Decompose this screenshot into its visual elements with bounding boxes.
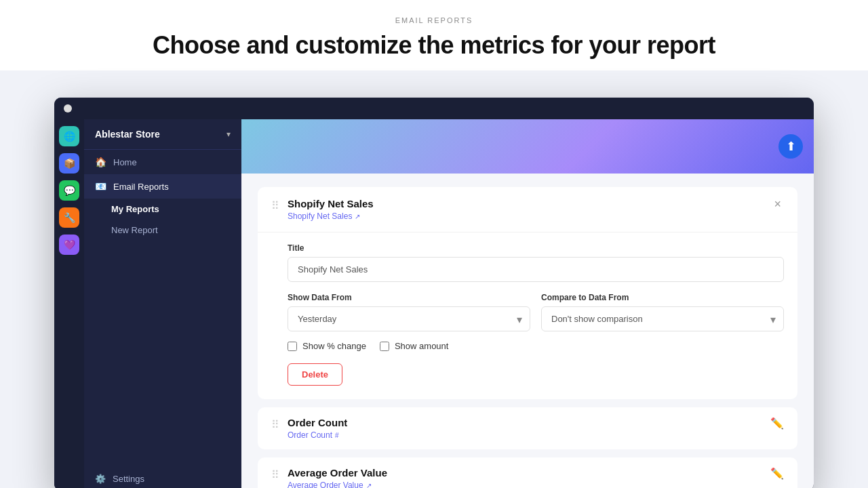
show-data-from-select[interactable]: Yesterday Today Last 7 days Last 30 days… [288, 306, 530, 331]
metric-card-order-count: ⠿ Order Count Order Count # ✏️ [258, 407, 797, 449]
settings-icon: ⚙️ [95, 474, 106, 484]
title-label: Title [288, 243, 784, 253]
sidebar-subitem-new-report[interactable]: New Report [84, 220, 241, 241]
metric-info-2: Order Count Order Count # [288, 417, 347, 440]
show-data-from-col: Show Data From Yesterday Today Last 7 da… [288, 293, 530, 331]
store-selector[interactable]: Ablestar Store ▾ [84, 119, 241, 150]
metric-sub-2: Order Count # [288, 430, 347, 440]
title-input[interactable] [288, 257, 784, 282]
metric-title-block-1: ⠿ Shopify Net Sales Shopify Net Sales ↗ [271, 198, 374, 221]
sidebar-settings-label: Settings [113, 474, 144, 484]
drag-handle-2[interactable]: ⠿ [271, 418, 279, 431]
metric-card-average-order-value: ⠿ Average Order Value Average Order Valu… [258, 458, 797, 488]
show-change-checkbox-item[interactable]: Show % change [288, 341, 366, 351]
metric-sub-text-3: Average Order Value [288, 481, 363, 488]
metric-card-shopify-net-sales: ⠿ Shopify Net Sales Shopify Net Sales ↗ … [258, 187, 797, 399]
window-titlebar [54, 98, 814, 119]
metric-card-header-2: ⠿ Order Count Order Count # ✏️ [258, 407, 797, 449]
title-form-group: Title [288, 243, 784, 282]
metric-sub-text-1: Shopify Net Sales [288, 211, 352, 221]
drag-handle-1[interactable]: ⠿ [271, 199, 279, 212]
show-amount-checkbox[interactable] [380, 342, 389, 351]
data-selects-row: Show Data From Yesterday Today Last 7 da… [288, 293, 784, 331]
metric-title-block-3: ⠿ Average Order Value Average Order Valu… [271, 467, 387, 488]
metric-name-2: Order Count [288, 417, 347, 428]
app-icon-1[interactable]: 🌐 [59, 126, 79, 146]
hash-icon-2: # [335, 432, 339, 439]
show-data-from-label: Show Data From [288, 293, 530, 302]
metric-sub-text-2: Order Count [288, 430, 332, 440]
show-change-checkbox[interactable] [288, 342, 297, 351]
email-reports-icon: 📧 [95, 181, 106, 192]
metric-card-body-1: Title Show Data From Yesterday Today [258, 232, 797, 399]
compare-label: Compare to Data From [541, 293, 784, 302]
metric-edit-button-2[interactable]: ✏️ [770, 417, 784, 430]
app-icon-4[interactable]: 🔧 [59, 207, 79, 228]
metric-name-3: Average Order Value [288, 467, 387, 479]
sidebar-home-label: Home [113, 157, 137, 167]
metric-info-1: Shopify Net Sales Shopify Net Sales ↗ [288, 198, 374, 221]
sidebar-item-email-reports[interactable]: 📧 Email Reports [84, 174, 241, 199]
metric-title-block-2: ⠿ Order Count Order Count # [271, 417, 347, 440]
checkboxes-row: Show % change Show amount [288, 341, 784, 351]
compare-col: Compare to Data From Don't show comparis… [541, 293, 784, 331]
sidebar-item-home[interactable]: 🏠 Home [84, 150, 241, 174]
metric-close-button-1[interactable]: × [771, 198, 784, 210]
header-action-button[interactable]: ⬆ [778, 134, 803, 159]
metric-name-1: Shopify Net Sales [288, 198, 374, 209]
home-icon: 🏠 [95, 157, 106, 167]
sidebar-item-settings[interactable]: ⚙️ Settings [84, 467, 241, 488]
metric-card-header-3: ⠿ Average Order Value Average Order Valu… [258, 458, 797, 488]
app-icon-strip: 🌐 📦 💬 🔧 💜 [54, 119, 84, 488]
metric-edit-button-3[interactable]: ✏️ [770, 467, 784, 480]
show-amount-label: Show amount [395, 341, 449, 351]
external-link-icon-1: ↗ [355, 213, 360, 220]
window-close-dot [64, 104, 72, 113]
compare-select[interactable]: Don't show comparison Previous period Pr… [541, 306, 784, 331]
main-content: ⬆ ⠿ Shopify Net Sales Shopify Net Sales [241, 119, 814, 488]
metric-sub-1: Shopify Net Sales ↗ [288, 211, 374, 221]
delete-metric-button[interactable]: Delete [288, 363, 342, 386]
sidebar-email-reports-label: Email Reports [113, 182, 169, 192]
page-main-heading: Choose and customize the metrics for you… [0, 31, 868, 60]
app-icon-3[interactable]: 💬 [59, 180, 79, 201]
window-body: 🌐 📦 💬 🔧 💜 Ablestar Store ▾ 🏠 Home 📧 Emai… [54, 119, 814, 488]
app-icon-2[interactable]: 📦 [59, 153, 79, 174]
app-window: 🌐 📦 💬 🔧 💜 Ablestar Store ▾ 🏠 Home 📧 Emai… [54, 98, 814, 488]
metric-sub-3: Average Order Value ↗ [288, 481, 387, 488]
app-icon-5[interactable]: 💜 [59, 235, 79, 255]
content-scroll-area[interactable]: ⠿ Shopify Net Sales Shopify Net Sales ↗ … [241, 174, 814, 488]
arrow-up-icon: ⬆ [786, 139, 796, 154]
show-amount-checkbox-item[interactable]: Show amount [380, 341, 449, 351]
store-name-label: Ablestar Store [95, 129, 160, 140]
drag-handle-3[interactable]: ⠿ [271, 468, 279, 481]
compare-wrapper: Don't show comparison Previous period Pr… [541, 306, 784, 331]
metric-info-3: Average Order Value Average Order Value … [288, 467, 387, 488]
metric-card-header-1: ⠿ Shopify Net Sales Shopify Net Sales ↗ … [258, 187, 797, 232]
content-header: ⬆ [241, 119, 814, 174]
chevron-down-icon: ▾ [226, 129, 231, 139]
page-category-label: EMAIL REPORTS [0, 16, 868, 24]
sidebar: Ablestar Store ▾ 🏠 Home 📧 Email Reports … [84, 119, 241, 488]
link-icon-3: ↗ [366, 482, 372, 489]
show-change-label: Show % change [302, 341, 366, 351]
sidebar-subitem-my-reports[interactable]: My Reports [84, 199, 241, 220]
show-data-from-wrapper: Yesterday Today Last 7 days Last 30 days… [288, 306, 530, 331]
